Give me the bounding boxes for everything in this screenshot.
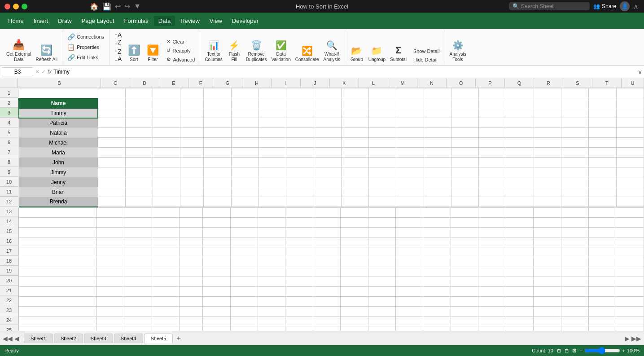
- cell-I3[interactable]: [258, 108, 286, 118]
- cell-r23-c16[interactable]: [506, 306, 533, 316]
- cell-G6[interactable]: [204, 138, 231, 148]
- cell-S5[interactable]: [534, 128, 561, 138]
- cell-r16-c0[interactable]: [19, 237, 97, 247]
- cell-B8[interactable]: John: [19, 158, 98, 167]
- cell-U8[interactable]: [589, 158, 616, 167]
- cell-J6[interactable]: [286, 138, 314, 148]
- row-header-19[interactable]: 19: [0, 266, 18, 276]
- cell-L10[interactable]: [341, 177, 368, 187]
- cell-O4[interactable]: [424, 118, 451, 128]
- cell-N9[interactable]: [396, 167, 424, 177]
- cell-S10[interactable]: [534, 177, 561, 187]
- cell-r25-c0[interactable]: [19, 326, 97, 331]
- row-header-1[interactable]: 1: [0, 88, 18, 98]
- cell-Q9[interactable]: [479, 167, 506, 177]
- row-header-16[interactable]: 16: [0, 236, 18, 246]
- cell-ref-input[interactable]: [2, 67, 33, 76]
- cell-r23-c8[interactable]: [285, 306, 313, 316]
- cell-r14-c17[interactable]: [534, 217, 561, 227]
- cell-r23-c15[interactable]: [478, 306, 506, 316]
- cell-r15-c8[interactable]: [285, 227, 313, 237]
- cell-r22-c5[interactable]: [203, 296, 230, 306]
- row-header-11[interactable]: 11: [0, 187, 18, 197]
- col-header-K[interactable]: K: [330, 78, 359, 88]
- cell-C3[interactable]: [98, 108, 125, 118]
- remove-duplicates-btn[interactable]: 🗑️ RemoveDuplicates: [244, 35, 269, 63]
- cell-r22-c6[interactable]: [230, 296, 258, 306]
- clear-btn[interactable]: ✕ Clear: [164, 38, 197, 45]
- cell-r15-c15[interactable]: [478, 227, 506, 237]
- cell-r13-c8[interactable]: [285, 207, 313, 217]
- cell-Q5[interactable]: [479, 128, 506, 138]
- cell-r15-c17[interactable]: [534, 227, 561, 237]
- cell-N7[interactable]: [396, 148, 424, 158]
- cell-T7[interactable]: [561, 148, 589, 158]
- cell-K7[interactable]: [314, 148, 341, 158]
- menu-insert[interactable]: Insert: [29, 16, 53, 26]
- cell-G8[interactable]: [204, 158, 231, 167]
- cell-H2[interactable]: [231, 98, 258, 108]
- cell-O2[interactable]: [424, 98, 451, 108]
- cell-extra6[interactable]: [616, 138, 644, 148]
- cell-r14-c2[interactable]: [124, 217, 152, 227]
- cell-K5[interactable]: [314, 128, 341, 138]
- cell-K3[interactable]: [314, 108, 341, 118]
- cell-J4[interactable]: [286, 118, 314, 128]
- cell-T11[interactable]: [561, 187, 589, 197]
- cell-G11[interactable]: [204, 187, 231, 197]
- cell-M12[interactable]: [369, 197, 396, 207]
- cell-N6[interactable]: [396, 138, 424, 148]
- cell-G12[interactable]: [204, 197, 231, 207]
- cell-r18-c3[interactable]: [152, 257, 179, 267]
- cell-r23-c19[interactable]: [589, 306, 616, 316]
- cell-r13-c19[interactable]: [589, 207, 616, 217]
- cell-B7[interactable]: Maria: [19, 148, 98, 158]
- cell-r24-c3[interactable]: [152, 316, 179, 326]
- menu-view[interactable]: View: [205, 16, 227, 26]
- cell-E7[interactable]: [153, 148, 180, 158]
- cell-M9[interactable]: [369, 167, 396, 177]
- cell-r14-c10[interactable]: [341, 217, 368, 227]
- cell-r21-c4[interactable]: [180, 286, 203, 296]
- cell-U10[interactable]: [589, 177, 616, 187]
- row-header-9[interactable]: 9: [0, 167, 18, 177]
- cell-M2[interactable]: [369, 98, 396, 108]
- cell-J8[interactable]: [286, 158, 314, 167]
- nav-next-sheet[interactable]: ▶: [625, 335, 630, 342]
- cell-r13-c11[interactable]: [368, 207, 395, 217]
- cell-D9[interactable]: [125, 167, 153, 177]
- cell-C5[interactable]: [98, 128, 125, 138]
- cell-r17-c14[interactable]: [451, 247, 478, 257]
- nav-prev-sheet[interactable]: ◀: [14, 335, 19, 342]
- cell-r14-c3[interactable]: [152, 217, 179, 227]
- cell-D8[interactable]: [125, 158, 153, 167]
- cell-F9[interactable]: [180, 167, 204, 177]
- cell-B12[interactable]: Brenda: [19, 197, 98, 207]
- cell-r13-c17[interactable]: [534, 207, 561, 217]
- cell-r25-c6[interactable]: [230, 326, 258, 331]
- cell-r19-c0[interactable]: [19, 267, 97, 277]
- row-header-6[interactable]: 6: [0, 137, 18, 147]
- cell-r18-c13[interactable]: [423, 257, 451, 267]
- cell-extra8[interactable]: [616, 158, 644, 167]
- cell-J9[interactable]: [286, 167, 314, 177]
- cell-N12[interactable]: [396, 197, 424, 207]
- cell-L6[interactable]: [341, 138, 368, 148]
- cell-r13-c0[interactable]: [19, 207, 97, 217]
- cell-O5[interactable]: [424, 128, 451, 138]
- cell-r25-c14[interactable]: [451, 326, 478, 331]
- row-header-15[interactable]: 15: [0, 226, 18, 236]
- cell-r23-c10[interactable]: [341, 306, 368, 316]
- cell-r13-c9[interactable]: [313, 207, 340, 217]
- redo-icon[interactable]: ↪: [124, 2, 130, 11]
- cell-r24-c2[interactable]: [124, 316, 152, 326]
- cell-E1[interactable]: [153, 88, 180, 98]
- cell-r16-c16[interactable]: [506, 237, 533, 247]
- cell-N5[interactable]: [396, 128, 424, 138]
- cell-r22-c15[interactable]: [478, 296, 506, 306]
- cell-r23-c13[interactable]: [423, 306, 451, 316]
- cell-D11[interactable]: [125, 187, 153, 197]
- cell-G10[interactable]: [204, 177, 231, 187]
- cell-K6[interactable]: [314, 138, 341, 148]
- cell-r14-c7[interactable]: [258, 217, 285, 227]
